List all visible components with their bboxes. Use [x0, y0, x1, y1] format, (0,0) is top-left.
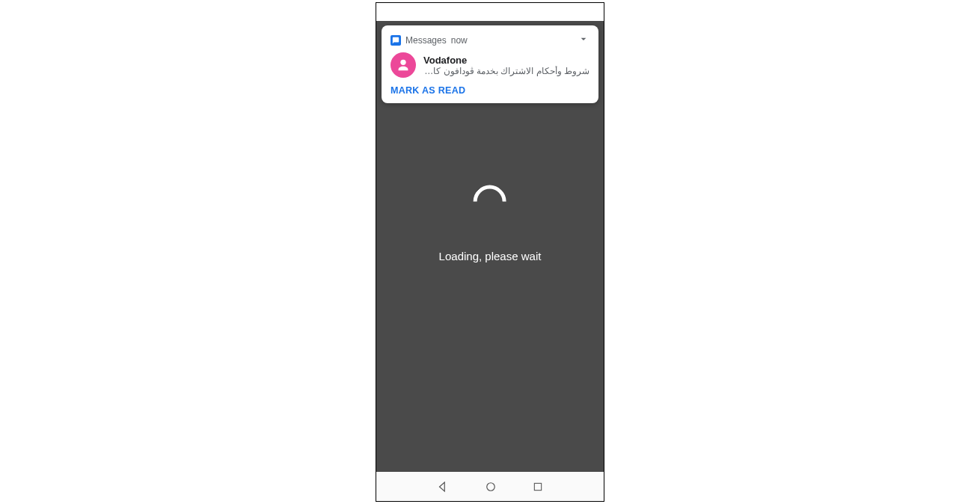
contact-avatar-icon: [391, 52, 416, 78]
svg-point-0: [400, 60, 405, 65]
notification-message: شروط وأحكام الاشتراك بخدمة ڤودافون كاش .…: [423, 66, 589, 76]
navigation-bar: [376, 472, 604, 501]
messages-app-icon: [391, 35, 401, 46]
notification-body: Vodafone شروط وأحكام الاشتراك بخدمة ڤودا…: [391, 52, 589, 78]
notification-sender: Vodafone: [423, 55, 589, 66]
device-frame: Messages now Vodafone شروط وأحكام الاشتر…: [376, 2, 604, 502]
svg-rect-2: [534, 483, 541, 490]
loading-area: Loading, please wait: [439, 185, 542, 262]
status-bar: [376, 3, 604, 21]
app-screen: Messages now Vodafone شروط وأحكام الاشتر…: [376, 21, 604, 472]
notification-app-name: Messages: [405, 35, 447, 46]
back-button[interactable]: [436, 480, 450, 494]
loading-text: Loading, please wait: [439, 250, 542, 262]
notification-time: now: [451, 35, 468, 46]
home-button[interactable]: [484, 480, 497, 494]
notification-header: Messages now: [391, 33, 589, 48]
chevron-down-icon[interactable]: [578, 33, 589, 48]
mark-as-read-button[interactable]: MARK AS READ: [391, 85, 589, 96]
recent-apps-button[interactable]: [532, 481, 544, 493]
spinner-icon: [467, 179, 513, 225]
svg-point-1: [487, 482, 495, 491]
notification-text: Vodafone شروط وأحكام الاشتراك بخدمة ڤودا…: [423, 55, 589, 76]
notification-card[interactable]: Messages now Vodafone شروط وأحكام الاشتر…: [382, 25, 598, 103]
